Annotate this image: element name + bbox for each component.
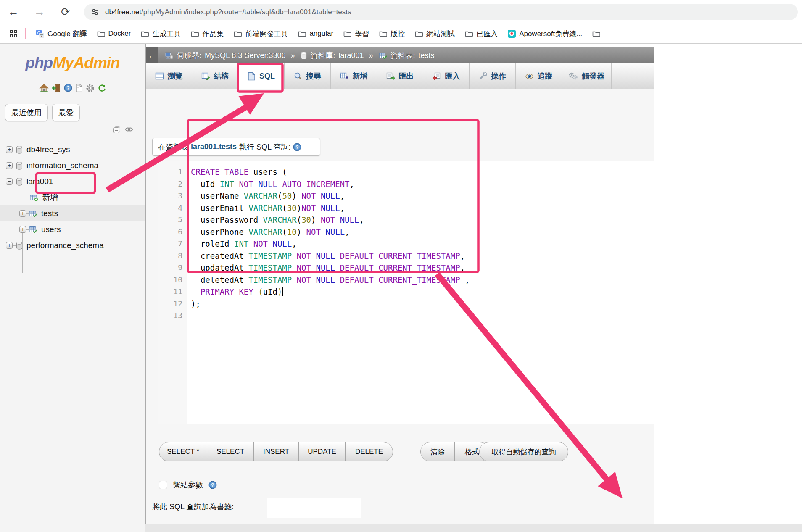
tab-label[interactable]: 觸發器 xyxy=(582,71,604,81)
tab-label[interactable]: 匯入 xyxy=(445,71,460,81)
tab-操作[interactable]: 操作 xyxy=(470,63,516,89)
site-settings-icon[interactable] xyxy=(91,8,99,16)
bookmark-item[interactable] xyxy=(587,28,609,39)
code-line[interactable]: userPhone VARCHAR(10) NOT NULL, xyxy=(191,226,654,238)
expand-icon[interactable]: + xyxy=(6,242,13,249)
tab-label[interactable]: 匯出 xyxy=(399,71,414,81)
tab-label[interactable]: 瀏覽 xyxy=(168,71,183,81)
bookmark-item[interactable]: 作品集 xyxy=(186,27,229,41)
bookmark-item[interactable]: G文Google 翻譯 xyxy=(31,27,92,41)
breadcrumb-value[interactable]: MySQL 8.3 Server:3306 xyxy=(205,51,285,60)
breadcrumb-value[interactable]: tests xyxy=(419,51,435,60)
bookmark-item[interactable]: 學習 xyxy=(338,27,374,41)
tree-item-label[interactable]: db4free_sys xyxy=(26,145,70,154)
breadcrumb-item[interactable]: 資料表:tests xyxy=(379,50,435,61)
清除-button[interactable]: 清除 xyxy=(420,442,455,461)
breadcrumb-back-button[interactable]: ← xyxy=(146,47,158,63)
tab-label[interactable]: 追蹤 xyxy=(538,71,553,81)
tree-item-label[interactable]: 新增 xyxy=(42,192,58,203)
code-line[interactable]: updatedAt TIMESTAMP NOT NULL DEFAULT CUR… xyxy=(191,262,654,274)
code-line[interactable] xyxy=(191,310,654,322)
bind-params-checkbox[interactable] xyxy=(159,481,167,489)
tab-結構[interactable]: 結構 xyxy=(192,63,238,89)
tree-item-lara001[interactable]: −lara001 xyxy=(0,174,145,190)
refresh-icon[interactable] xyxy=(98,84,106,92)
recent-button[interactable]: 最近使用 xyxy=(5,104,48,121)
expand-icon[interactable]: + xyxy=(6,162,13,169)
code-line[interactable]: userEmail VARCHAR(30)NOT NULL, xyxy=(191,202,654,214)
tab-匯出[interactable]: 匯出 xyxy=(377,63,423,89)
bottom-scrollbar-track[interactable] xyxy=(145,524,802,532)
url-bar[interactable]: db4free.net/phpMyAdmin/index.php?route=/… xyxy=(84,4,798,20)
delete-button[interactable]: DELETE xyxy=(345,442,393,461)
code-line[interactable]: roleId INT NOT NULL, xyxy=(191,238,654,250)
tab-label[interactable]: 結構 xyxy=(214,71,229,81)
collapse-icon[interactable]: − xyxy=(6,178,13,185)
tab-觸發器[interactable]: 觸發器 xyxy=(562,63,612,89)
bookmark-item[interactable]: Docker xyxy=(92,27,136,40)
expand-icon[interactable]: + xyxy=(19,210,26,217)
expand-icon[interactable]: + xyxy=(6,146,13,153)
back-icon[interactable]: ← xyxy=(6,4,21,19)
bookmark-input[interactable] xyxy=(267,498,361,518)
tab-追蹤[interactable]: 追蹤 xyxy=(516,63,562,89)
tree-item-users[interactable]: +users xyxy=(0,221,145,237)
code-line[interactable]: userPassword VARCHAR(30) NOT NULL, xyxy=(191,214,654,226)
reload-icon[interactable]: ⟳ xyxy=(58,4,73,19)
bookmark-item[interactable]: 版控 xyxy=(374,27,410,41)
code-line[interactable]: userName VARCHAR(50) NOT NULL, xyxy=(191,190,654,202)
help-icon[interactable]: ? xyxy=(64,84,72,92)
docs-icon[interactable] xyxy=(75,84,83,92)
link-panel-icon[interactable] xyxy=(125,126,133,134)
tree-item-performance-schema[interactable]: +performance_schema xyxy=(0,237,145,253)
table-link[interactable]: lara001.tests xyxy=(191,142,237,151)
bookmark-item[interactable]: angular xyxy=(293,27,338,40)
exit-icon[interactable] xyxy=(52,84,61,92)
insert-button[interactable]: INSERT xyxy=(253,442,299,461)
apps-grid-icon[interactable] xyxy=(9,29,18,38)
sql-editor[interactable]: 12345678910111213 CREATE TABLE users ( u… xyxy=(158,161,654,424)
help-icon[interactable]: ? xyxy=(208,481,217,489)
bookmark-item[interactable]: 已匯入 xyxy=(460,27,503,41)
tree-item-label[interactable]: users xyxy=(41,225,61,234)
breadcrumb-value[interactable]: lara001 xyxy=(338,51,364,60)
tab-label[interactable]: 搜尋 xyxy=(306,71,321,81)
breadcrumb-item[interactable]: 伺服器:MySQL 8.3 Server:3306 xyxy=(164,50,285,61)
phpmyadmin-logo[interactable]: phpMyAdmin xyxy=(0,54,145,72)
bookmark-item[interactable]: 生成工具 xyxy=(136,27,186,41)
tree-item-db4free-sys[interactable]: +db4free_sys xyxy=(0,142,145,158)
tab-sql[interactable]: SQL xyxy=(238,63,285,89)
select-button[interactable]: SELECT xyxy=(207,442,254,461)
code-line[interactable]: createdAt TIMESTAMP NOT NULL DEFAULT CUR… xyxy=(191,250,654,262)
collapse-all-icon[interactable] xyxy=(113,126,121,134)
breadcrumb-item[interactable]: 資料庫:lara001 xyxy=(301,50,364,61)
tab-瀏覽[interactable]: 瀏覽 xyxy=(146,63,192,89)
tab-label[interactable]: SQL xyxy=(259,72,275,81)
bookmark-item[interactable]: Apowersoft免費線... xyxy=(503,27,587,41)
code-line[interactable]: uId INT NOT NULL AUTO_INCREMENT, xyxy=(191,178,654,190)
tab-新增[interactable]: 新增 xyxy=(331,63,377,89)
bookmark-item[interactable]: 網站測試 xyxy=(410,27,460,41)
tree-item-information-schema[interactable]: +information_schema xyxy=(0,158,145,174)
tab-label[interactable]: 新增 xyxy=(353,71,368,81)
tree-item-label[interactable]: information_schema xyxy=(26,161,98,170)
help-icon[interactable]: ? xyxy=(293,143,301,151)
settings-icon[interactable] xyxy=(86,84,95,92)
code-line[interactable]: deletedAt TIMESTAMP NOT NULL DEFAULT CUR… xyxy=(191,274,654,286)
select-*-button[interactable]: SELECT * xyxy=(159,442,207,461)
tree-item-tests[interactable]: +tests xyxy=(0,205,145,221)
code-line[interactable]: PRIMARY KEY (uId) xyxy=(191,286,654,298)
code-line[interactable]: CREATE TABLE users ( xyxy=(191,166,654,178)
bookmark-item[interactable]: 前端開發工具 xyxy=(229,27,293,41)
取得自動儲存的查詢-button[interactable]: 取得自動儲存的查詢 xyxy=(479,442,568,461)
sql-code[interactable]: CREATE TABLE users ( uId INT NOT NULL AU… xyxy=(191,161,654,322)
tree-item---[interactable]: 新增 xyxy=(0,190,145,205)
tab-匯入[interactable]: 匯入 xyxy=(423,63,470,89)
home-icon[interactable] xyxy=(39,84,49,92)
tab-label[interactable]: 操作 xyxy=(491,71,506,81)
tab-搜尋[interactable]: 搜尋 xyxy=(285,63,331,89)
tree-item-label[interactable]: lara001 xyxy=(26,177,53,186)
tree-item-label[interactable]: performance_schema xyxy=(26,241,104,250)
code-line[interactable]: ); xyxy=(191,298,654,310)
expand-icon[interactable]: + xyxy=(19,226,26,233)
